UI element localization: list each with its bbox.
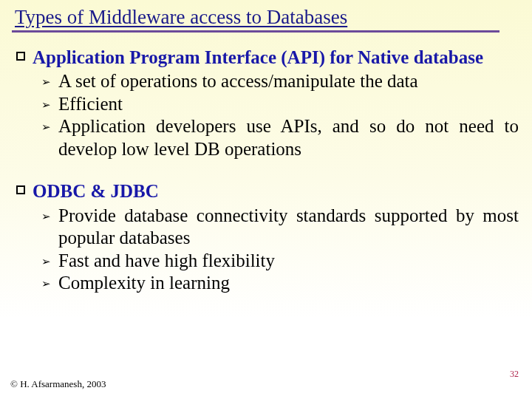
sub-item-text: Provide database connectivity standards … [58,205,519,250]
chevron-right-icon: ➢ [41,210,51,223]
content-area: Application Program Interface (API) for … [10,46,522,295]
chevron-right-icon: ➢ [41,120,51,134]
list-item: ODBC & JDBC ➢ Provide database connectiv… [13,180,519,294]
square-bullet-icon [16,52,25,61]
chevron-right-icon: ➢ [41,98,51,112]
title-underline [12,30,499,33]
chevron-right-icon: ➢ [41,75,51,89]
item-label: ODBC & JDBC [33,180,519,202]
copyright-footer: © H. Afsarmanesh, 2003 [10,378,106,390]
list-item: Application Program Interface (API) for … [13,46,519,160]
sub-item-text: Application developers use APIs, and so … [58,115,519,160]
page-number: 32 [510,369,519,380]
sub-list-item: ➢ Complexity in learning [13,272,519,295]
sub-list-item: ➢ Fast and have high flexibility [13,250,519,273]
item-label: Application Program Interface (API) for … [33,46,519,69]
sub-list-item: ➢ Efficient [13,93,519,116]
slide-title: Types of Middleware access to Databases [15,6,522,29]
chevron-right-icon: ➢ [41,277,51,290]
square-bullet-icon [16,185,25,194]
sub-item-text: Complexity in learning [58,272,519,295]
sub-list-item: ➢ Application developers use APIs, and s… [13,115,519,160]
chevron-right-icon: ➢ [41,255,51,268]
sub-list-item: ➢ A set of operations to access/manipula… [13,70,519,93]
sub-list-item: ➢ Provide database connectivity standard… [13,205,519,250]
sub-item-text: Fast and have high flexibility [58,250,519,273]
sub-item-text: Efficient [58,93,519,116]
sub-item-text: A set of operations to access/manipulate… [58,70,519,93]
